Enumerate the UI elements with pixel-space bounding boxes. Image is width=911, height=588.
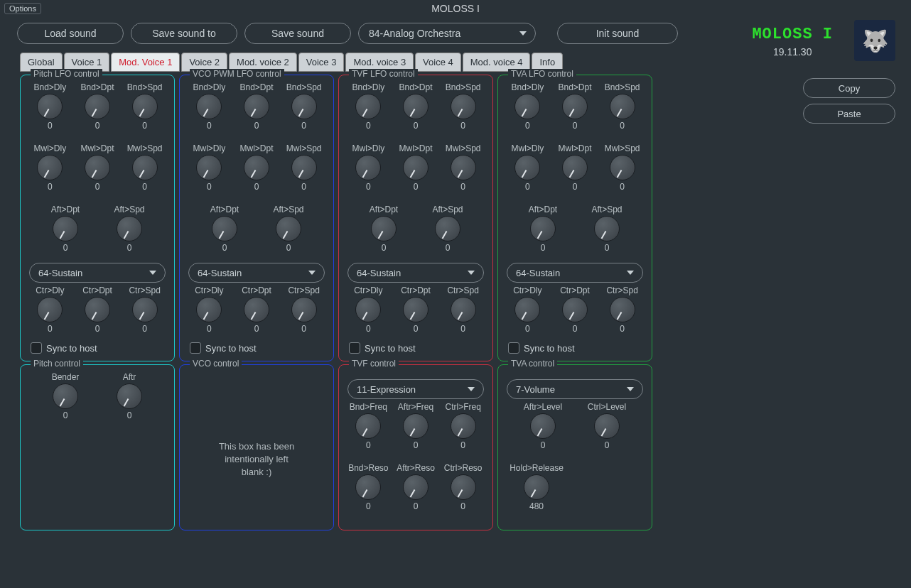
pitch-lfo-ctr-spd-dial[interactable] [132, 297, 158, 322]
tvf-bnd-freq-dial[interactable] [355, 413, 381, 439]
tvf-lfo-bnd-dpt-dial[interactable] [403, 94, 428, 119]
tva-controller-select[interactable]: 7-Volume [507, 379, 643, 399]
save-sound-button[interactable]: Save sound [244, 23, 351, 44]
tvf-lfo-ctr-dly-dial[interactable] [355, 297, 381, 322]
paste-button[interactable]: Paste [803, 104, 895, 124]
tab-voice-4[interactable]: Voice 4 [415, 53, 461, 72]
init-sound-button[interactable]: Init sound [557, 23, 678, 44]
tvf-lfo-ctr-spd-dial[interactable] [451, 297, 476, 322]
vco-lfo-mwl-dly-label: Mwl>Dly [193, 143, 225, 153]
vco-lfo-ctr-spd: Ctr>Spd 0 [283, 285, 325, 334]
pitch-bender-dial[interactable] [53, 383, 78, 409]
tva-lfo-ctr-dpt-dial[interactable] [562, 297, 588, 322]
tva-lfo-aft-spd-dial[interactable] [594, 216, 620, 241]
vco-lfo-mwl-dly-dial[interactable] [196, 155, 222, 180]
tva-lfo-bnd-dpt-label: Bnd>Dpt [558, 82, 591, 92]
tva-ctrl-level-dial[interactable] [594, 413, 620, 439]
vco-lfo-mwl-dpt-dial[interactable] [244, 155, 269, 180]
tvf-lfo-sync-checkbox[interactable] [349, 342, 360, 354]
tva-lfo-controller-select[interactable]: 64-Sustain [507, 263, 643, 283]
pitch-lfo-mwl-dpt-dial[interactable] [85, 155, 110, 180]
tvf-lfo-ctr-dpt-dial[interactable] [403, 297, 428, 322]
tvf-lfo-ctr-dpt-label: Ctr>Dpt [401, 285, 431, 295]
pitch-aftr-dial[interactable] [117, 383, 142, 409]
tab-voice-3[interactable]: Voice 3 [298, 53, 345, 72]
pitch-lfo-ctr-dpt-dial[interactable] [85, 297, 110, 322]
load-sound-button[interactable]: Load sound [17, 23, 124, 44]
tvf-lfo-bnd-dly-dial[interactable] [355, 94, 381, 119]
tvf-lfo-mwl-dly-dial[interactable] [355, 155, 381, 180]
vco-lfo-bnd-spd-dial[interactable] [291, 94, 317, 119]
tva-lfo-mwl-dpt-label: Mwl>Dpt [558, 143, 591, 153]
tvf-lfo-aft-dpt-dial[interactable] [371, 216, 397, 241]
pitch-bender-value: 0 [63, 410, 68, 420]
pitch-lfo-aft-dpt-dial[interactable] [53, 216, 78, 241]
tvf-lfo-controller-select[interactable]: 64-Sustain [347, 263, 484, 283]
vco-lfo-bnd-dpt-dial[interactable] [244, 94, 269, 119]
tva-lfo-bnd-spd-dial[interactable] [610, 94, 635, 119]
tva-lfo-ctr-dly-dial[interactable] [514, 297, 540, 322]
tva-lfo-sync-checkbox[interactable] [508, 342, 519, 354]
pitch-lfo-aft-spd-dial[interactable] [117, 216, 142, 241]
save-sound-to-button[interactable]: Save sound to [131, 23, 237, 44]
tva-lfo-aft-dpt-dial[interactable] [530, 216, 556, 241]
tvf-ctrl-reso-dial[interactable] [451, 474, 476, 500]
tvf-lfo-mwl-dpt-dial[interactable] [403, 155, 428, 180]
tva-lfo-mwl-dpt-dial[interactable] [562, 155, 588, 180]
tva-lfo-ctr-spd-label: Ctr>Spd [606, 285, 637, 295]
vco-lfo-controller-select[interactable]: 64-Sustain [188, 263, 325, 283]
tvf-aftr-freq-dial[interactable] [403, 413, 428, 439]
vco-lfo-ctr-spd-dial[interactable] [291, 297, 317, 322]
pitch-lfo-sync-checkbox[interactable] [31, 342, 42, 354]
pitch-lfo-bnd-dly-dial[interactable] [37, 94, 63, 119]
vco-lfo-ctr-dly-dial[interactable] [196, 297, 222, 322]
tab-mod-voice-1[interactable]: Mod. Voice 1 [111, 53, 180, 72]
tva-lfo-bnd-dpt-dial[interactable] [562, 94, 588, 119]
vco-lfo-aft-spd-dial[interactable] [276, 216, 301, 241]
tvf-lfo-mwl-spd-dial[interactable] [451, 155, 476, 180]
tvf-lfo-ctr-dly: Ctr>Dly 0 [347, 285, 389, 334]
pitch-lfo-ctr-dly-dial[interactable] [37, 297, 63, 322]
vco-lfo-aft-dpt: Aft>Dpt 0 [203, 205, 246, 253]
vco-lfo-sync-checkbox[interactable] [190, 342, 201, 354]
vco-lfo-aft-spd: Aft>Spd 0 [267, 205, 310, 253]
pitch-lfo-bnd-dpt-dial[interactable] [85, 94, 110, 119]
tvf-lfo-aft-spd-dial[interactable] [435, 216, 460, 241]
tva-aftr-level-dial[interactable] [530, 413, 556, 439]
tvf-bnd-reso-dial[interactable] [355, 474, 381, 500]
tva-lfo-bnd-dly-value: 0 [525, 121, 530, 131]
vco-lfo-ctr-dpt-dial[interactable] [244, 297, 269, 322]
pitch-lfo-mwl-spd-dial[interactable] [132, 155, 158, 180]
vco-lfo-mwl-spd-dial[interactable] [291, 155, 317, 180]
preset-select[interactable]: 84-Analog Orchestra [358, 23, 536, 44]
pitch-lfo-ctr-dpt: Ctr>Dpt 0 [76, 285, 119, 334]
pitch-aftr-value: 0 [127, 410, 132, 420]
tva-lfo-mwl-spd-dial[interactable] [610, 155, 635, 180]
titlebar: Options MOLOSS I [0, 0, 911, 17]
vco-lfo-ctr-dpt: Ctr>Dpt 0 [235, 285, 278, 334]
tvf-bnd-reso: Bnd>Reso 0 [347, 463, 389, 511]
tvf-controller-select[interactable]: 11-Expression [347, 379, 484, 399]
pitch-lfo-controller-select[interactable]: 64-Sustain [29, 263, 166, 283]
tva-aftr-level-value: 0 [541, 440, 546, 450]
vco-lfo-aft-dpt-dial[interactable] [212, 216, 237, 241]
vco-lfo-bnd-dly-dial[interactable] [196, 94, 222, 119]
tvf-lfo-bnd-spd-dial[interactable] [451, 94, 476, 119]
options-button[interactable]: Options [4, 3, 41, 14]
tva-lfo-bnd-dly-dial[interactable] [514, 94, 540, 119]
tva-lfo-mwl-dly-dial[interactable] [514, 155, 540, 180]
tva-lfo-aft-spd: Aft>Spd 0 [586, 205, 628, 253]
tvf-ctrl-reso-value: 0 [460, 501, 465, 511]
tvf-lfo-mwl-dpt-value: 0 [414, 182, 419, 192]
tvf-ctrl-freq-dial[interactable] [451, 413, 476, 439]
pitch-lfo-mwl-dpt-value: 0 [95, 182, 100, 192]
tva-hold-release-dial[interactable] [524, 474, 549, 500]
tvf-aftr-freq-label: Aftr>Freq [398, 402, 433, 412]
tvf-aftr-reso-dial[interactable] [403, 474, 428, 500]
tva-lfo-aft-spd-value: 0 [605, 243, 610, 253]
tva-lfo-mwl-dpt: Mwl>Dpt 0 [554, 143, 596, 192]
pitch-lfo-mwl-dly-dial[interactable] [37, 155, 63, 180]
copy-button[interactable]: Copy [803, 78, 895, 98]
pitch-lfo-bnd-spd-dial[interactable] [132, 94, 158, 119]
tva-lfo-ctr-spd-dial[interactable] [610, 297, 635, 322]
